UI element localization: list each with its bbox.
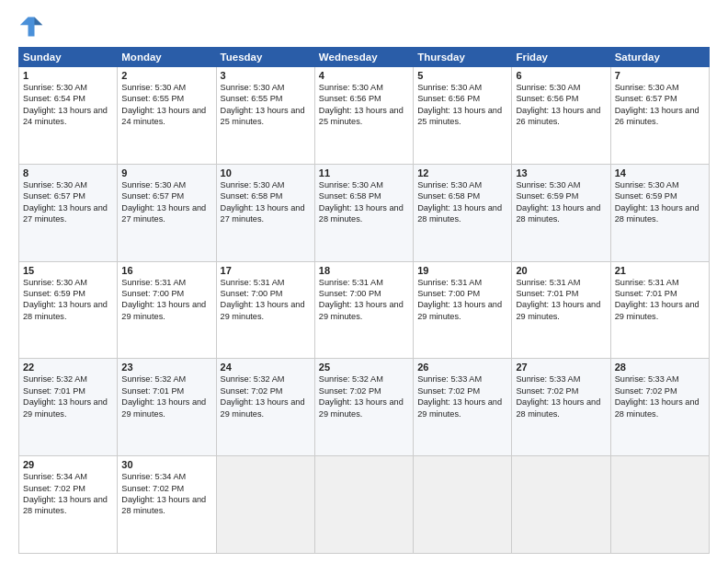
table-row: 20 Sunrise: 5:31 AM Sunset: 7:01 PM Dayl… [512,261,610,359]
day-info: Sunrise: 5:32 AM Sunset: 7:01 PM Dayligh… [121,373,211,419]
daylight-label: Daylight: 13 hours and 29 minutes. [319,397,404,418]
day-number: 18 [319,265,409,276]
day-number: 14 [615,167,705,178]
daylight-label: Daylight: 13 hours and 29 minutes. [23,397,108,418]
day-number: 29 [23,459,113,470]
daylight-label: Daylight: 13 hours and 28 minutes. [417,203,502,224]
table-row: 8 Sunrise: 5:30 AM Sunset: 6:57 PM Dayli… [19,164,118,261]
svg-marker-0 [20,17,43,37]
daylight-label: Daylight: 13 hours and 28 minutes. [319,203,404,224]
day-number: 23 [121,362,211,373]
sunrise-label: Sunrise: 5:30 AM [516,83,580,92]
sunrise-label: Sunrise: 5:32 AM [23,374,87,384]
day-info: Sunrise: 5:30 AM Sunset: 6:58 PM Dayligh… [319,179,409,225]
day-info: Sunrise: 5:30 AM Sunset: 6:58 PM Dayligh… [221,179,311,225]
day-number: 8 [23,167,113,178]
day-info: Sunrise: 5:33 AM Sunset: 7:02 PM Dayligh… [615,373,705,419]
sunrise-label: Sunrise: 5:31 AM [221,278,285,287]
sunrise-label: Sunrise: 5:31 AM [615,278,679,287]
day-number: 7 [615,70,705,81]
sunrise-label: Sunrise: 5:33 AM [615,374,679,384]
day-number: 20 [516,265,606,276]
sunset-label: Sunset: 6:55 PM [221,94,283,103]
table-row: 10 Sunrise: 5:30 AM Sunset: 6:58 PM Dayl… [216,164,314,261]
table-row: 17 Sunrise: 5:31 AM Sunset: 7:00 PM Dayl… [216,261,314,359]
day-number: 9 [121,167,211,178]
sunrise-label: Sunrise: 5:34 AM [121,472,186,481]
day-number: 24 [221,362,311,373]
day-info: Sunrise: 5:31 AM Sunset: 7:00 PM Dayligh… [417,277,507,323]
daylight-label: Daylight: 13 hours and 29 minutes. [121,300,206,320]
sunset-label: Sunset: 6:56 PM [516,94,578,103]
day-header: Friday [512,48,610,67]
daylight-label: Daylight: 13 hours and 29 minutes. [417,300,502,320]
day-info: Sunrise: 5:30 AM Sunset: 6:56 PM Dayligh… [319,82,409,128]
table-row: 2 Sunrise: 5:30 AM Sunset: 6:55 PM Dayli… [118,67,216,165]
daylight-label: Daylight: 13 hours and 29 minutes. [417,397,502,418]
daylight-label: Daylight: 13 hours and 26 minutes. [615,106,700,126]
sunset-label: Sunset: 6:59 PM [23,289,85,298]
daylight-label: Daylight: 13 hours and 25 minutes. [221,106,305,126]
day-number: 2 [121,70,211,81]
day-info: Sunrise: 5:30 AM Sunset: 6:59 PM Dayligh… [23,277,113,323]
sunrise-label: Sunrise: 5:30 AM [121,180,186,190]
sunrise-label: Sunrise: 5:30 AM [221,83,285,92]
sunset-label: Sunset: 7:00 PM [319,289,381,298]
day-header: Thursday [414,48,512,67]
sunrise-label: Sunrise: 5:30 AM [615,180,679,190]
sunset-label: Sunset: 6:58 PM [417,191,480,201]
sunset-label: Sunset: 7:00 PM [417,289,480,298]
daylight-label: Daylight: 13 hours and 28 minutes. [121,495,206,515]
day-info: Sunrise: 5:34 AM Sunset: 7:02 PM Dayligh… [23,471,113,517]
table-row: 11 Sunrise: 5:30 AM Sunset: 6:58 PM Dayl… [314,164,413,261]
sunset-label: Sunset: 6:55 PM [121,94,184,103]
day-info: Sunrise: 5:30 AM Sunset: 6:59 PM Dayligh… [516,179,606,225]
header-row: SundayMondayTuesdayWednesdayThursdayFrid… [19,48,710,67]
day-info: Sunrise: 5:30 AM Sunset: 6:56 PM Dayligh… [516,82,606,128]
sunset-label: Sunset: 7:01 PM [121,386,184,396]
sunset-label: Sunset: 7:00 PM [121,289,184,298]
daylight-label: Daylight: 13 hours and 24 minutes. [121,106,206,126]
day-info: Sunrise: 5:32 AM Sunset: 7:02 PM Dayligh… [319,373,409,419]
logo [18,14,48,40]
day-number: 15 [23,265,113,276]
sunrise-label: Sunrise: 5:30 AM [23,83,87,92]
table-row: 30 Sunrise: 5:34 AM Sunset: 7:02 PM Dayl… [118,456,216,554]
day-number: 10 [221,167,311,178]
sunrise-label: Sunrise: 5:30 AM [417,180,482,190]
calendar-week-row: 15 Sunrise: 5:30 AM Sunset: 6:59 PM Dayl… [19,261,710,359]
day-number: 25 [319,362,409,373]
day-info: Sunrise: 5:34 AM Sunset: 7:02 PM Dayligh… [121,471,211,517]
sunrise-label: Sunrise: 5:31 AM [516,278,580,287]
daylight-label: Daylight: 13 hours and 28 minutes. [615,397,700,418]
day-number: 22 [23,362,113,373]
calendar-week-row: 1 Sunrise: 5:30 AM Sunset: 6:54 PM Dayli… [19,67,710,165]
day-number: 12 [417,167,507,178]
day-info: Sunrise: 5:30 AM Sunset: 6:54 PM Dayligh… [23,82,113,128]
day-info: Sunrise: 5:30 AM Sunset: 6:57 PM Dayligh… [615,82,705,128]
sunset-label: Sunset: 6:57 PM [23,191,85,201]
sunrise-label: Sunrise: 5:30 AM [221,180,285,190]
day-info: Sunrise: 5:30 AM Sunset: 6:57 PM Dayligh… [121,179,211,225]
day-header: Sunday [19,48,118,67]
day-number: 30 [121,459,211,470]
daylight-label: Daylight: 13 hours and 28 minutes. [516,203,600,224]
sunrise-label: Sunrise: 5:32 AM [319,374,383,384]
day-info: Sunrise: 5:30 AM Sunset: 6:55 PM Dayligh… [121,82,211,128]
sunrise-label: Sunrise: 5:31 AM [319,278,383,287]
sunset-label: Sunset: 7:02 PM [221,386,283,396]
sunrise-label: Sunrise: 5:30 AM [121,83,186,92]
svg-marker-1 [35,17,43,26]
table-row: 27 Sunrise: 5:33 AM Sunset: 7:02 PM Dayl… [512,359,610,456]
daylight-label: Daylight: 13 hours and 28 minutes. [23,300,108,320]
day-number: 16 [121,265,211,276]
daylight-label: Daylight: 13 hours and 29 minutes. [221,397,305,418]
table-row: 7 Sunrise: 5:30 AM Sunset: 6:57 PM Dayli… [610,67,709,165]
table-row: 18 Sunrise: 5:31 AM Sunset: 7:00 PM Dayl… [314,261,413,359]
sunrise-label: Sunrise: 5:30 AM [319,180,383,190]
page: SundayMondayTuesdayWednesdayThursdayFrid… [0,0,728,563]
sunset-label: Sunset: 6:57 PM [121,191,184,201]
day-number: 6 [516,70,606,81]
day-info: Sunrise: 5:32 AM Sunset: 7:01 PM Dayligh… [23,373,113,419]
day-number: 5 [417,70,507,81]
